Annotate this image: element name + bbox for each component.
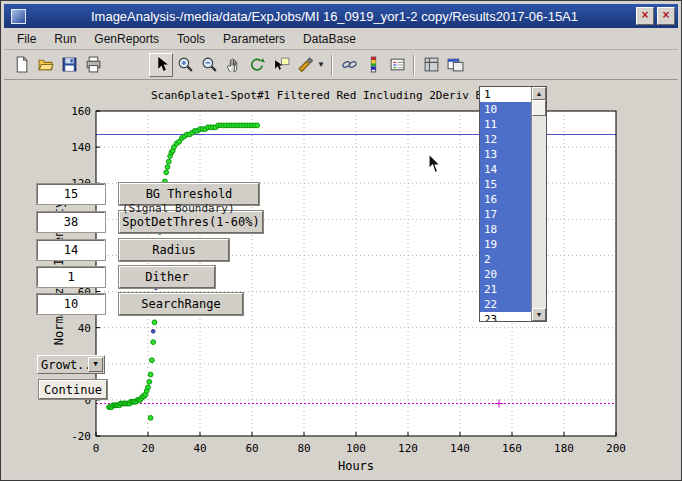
menu-run[interactable]: Run	[45, 29, 85, 49]
link-icon	[341, 56, 358, 73]
x-tick-label: 160	[502, 442, 522, 455]
menu-bar: File Run GenReports Tools Parameters Dat…	[4, 28, 678, 50]
x-tick-label: 200	[606, 442, 626, 455]
hand-icon	[225, 56, 242, 73]
spot-listbox: 110111213141516171819220212223 ▲ ▼	[479, 86, 547, 322]
zoom-out-button[interactable]	[197, 53, 221, 77]
x-tick-label: 60	[245, 442, 258, 455]
print-button[interactable]	[81, 53, 105, 77]
radius-button[interactable]: Radius	[119, 239, 229, 261]
app-icon	[11, 9, 26, 24]
search-range-button[interactable]: SearchRange	[119, 293, 243, 315]
window-title: ImageAnalysis-/media/data/ExpJobs/MI 16_…	[33, 9, 636, 24]
listbox-item[interactable]: 20	[480, 267, 531, 282]
open-folder-icon	[37, 56, 54, 73]
insert-legend-button[interactable]	[385, 53, 409, 77]
brush-button[interactable]	[293, 53, 317, 77]
listbox-item[interactable]: 10	[480, 102, 531, 117]
growth-dropdown-label: Growt...	[38, 358, 88, 372]
menu-parameters[interactable]: Parameters	[214, 29, 294, 49]
listbox-item[interactable]: 22	[480, 297, 531, 312]
listbox-items: 110111213141516171819220212223	[480, 87, 531, 321]
palette-icon	[423, 56, 440, 73]
figure-palette-button[interactable]	[419, 53, 443, 77]
plot-canvas[interactable]	[4, 80, 678, 477]
listbox-scrollbar[interactable]: ▲ ▼	[531, 87, 546, 321]
menu-file[interactable]: File	[8, 29, 45, 49]
toolbar-separator	[413, 55, 415, 75]
zoom-out-icon	[201, 56, 218, 73]
menu-database[interactable]: DataBase	[294, 29, 365, 49]
listbox-item[interactable]: 2	[480, 252, 531, 267]
colorbar-icon	[365, 56, 382, 73]
pointer-tool-button[interactable]	[149, 53, 173, 77]
app-window: ImageAnalysis-/media/data/ExpJobs/MI 16_…	[0, 0, 682, 481]
x-tick-label: 40	[193, 442, 206, 455]
listbox-item[interactable]: 12	[480, 132, 531, 147]
x-tick-label: 20	[141, 442, 154, 455]
y-tick-label: -20	[71, 430, 91, 443]
pointer-arrow-icon	[153, 56, 170, 73]
maximize-button[interactable]: ×	[636, 7, 654, 25]
printer-icon	[85, 56, 102, 73]
plot-title: Scan6plate1-Spot#1 Filtered Red Includin…	[151, 89, 489, 102]
dither-input[interactable]	[37, 267, 105, 287]
x-tick-label: 120	[398, 442, 418, 455]
bg-threshold-input[interactable]	[37, 184, 105, 204]
x-tick-label: 80	[297, 442, 310, 455]
rotate-icon	[249, 56, 266, 73]
plot-svg	[4, 80, 678, 476]
x-tick-label: 0	[93, 442, 100, 455]
legend-icon	[389, 56, 406, 73]
listbox-item[interactable]: 14	[480, 162, 531, 177]
spot-det-thres-input[interactable]	[37, 212, 105, 232]
dither-button[interactable]: Dither	[119, 266, 215, 288]
scroll-down-button[interactable]: ▼	[532, 308, 546, 321]
listbox-item[interactable]: 16	[480, 192, 531, 207]
x-tick-label: 100	[346, 442, 366, 455]
save-button[interactable]	[57, 53, 81, 77]
zoom-in-icon	[177, 56, 194, 73]
data-cursor-button[interactable]	[269, 53, 293, 77]
link-plots-button[interactable]	[337, 53, 361, 77]
floppy-disk-icon	[61, 56, 78, 73]
close-button[interactable]: ×	[657, 7, 675, 25]
menu-genreports[interactable]: GenReports	[85, 29, 168, 49]
growth-dropdown[interactable]: Growt... ▼	[37, 355, 105, 374]
brush-icon	[297, 56, 314, 73]
listbox-item[interactable]: 11	[480, 117, 531, 132]
insert-colorbar-button[interactable]	[361, 53, 385, 77]
pan-button[interactable]	[221, 53, 245, 77]
listbox-item[interactable]: 1	[480, 87, 531, 102]
scroll-up-button[interactable]: ▲	[532, 87, 546, 100]
rotate-3d-button[interactable]	[245, 53, 269, 77]
new-file-button[interactable]	[9, 53, 33, 77]
listbox-item[interactable]: 15	[480, 177, 531, 192]
listbox-item[interactable]: 19	[480, 237, 531, 252]
listbox-item[interactable]: 18	[480, 222, 531, 237]
listbox-item[interactable]: 13	[480, 147, 531, 162]
radius-input[interactable]	[37, 240, 105, 260]
datatip-icon	[273, 56, 290, 73]
brush-dropdown-icon[interactable]: ▼	[317, 60, 327, 69]
continue-button[interactable]: Continue	[39, 380, 107, 399]
scrollbar-thumb[interactable]	[532, 100, 546, 116]
menu-tools[interactable]: Tools	[168, 29, 214, 49]
signal-boundary-label: (Signal Boundary)	[122, 202, 235, 215]
figure-area: Scan6plate1-Spot#1 Filtered Red Includin…	[4, 80, 678, 477]
listbox-item[interactable]: 21	[480, 282, 531, 297]
x-axis-label: Hours	[96, 459, 616, 473]
listbox-item[interactable]: 17	[480, 207, 531, 222]
listbox-item[interactable]: 23	[480, 312, 531, 321]
plot-browser-button[interactable]	[443, 53, 467, 77]
title-bar: ImageAnalysis-/media/data/ExpJobs/MI 16_…	[4, 4, 678, 28]
plot-browser-icon	[447, 56, 464, 73]
search-range-input[interactable]	[37, 294, 105, 314]
x-tick-label: 180	[554, 442, 574, 455]
x-tick-label: 140	[450, 442, 470, 455]
new-file-icon	[13, 56, 30, 73]
toolbar-separator	[331, 55, 333, 75]
chevron-down-icon: ▼	[88, 357, 103, 372]
open-file-button[interactable]	[33, 53, 57, 77]
zoom-in-button[interactable]	[173, 53, 197, 77]
